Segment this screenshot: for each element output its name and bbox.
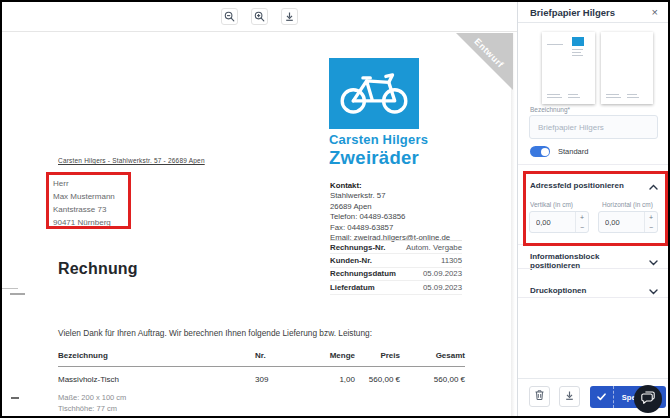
section-title: Druckoptionen: [530, 286, 586, 295]
items-table: Bezeichnung Nr. Menge Preis Gesamt Massi…: [58, 351, 465, 418]
company-logo: [329, 58, 419, 129]
check-icon: [590, 386, 614, 408]
meta-label: Rechnungs-Nr.: [330, 243, 385, 252]
meta-label: Lieferdatum: [330, 283, 375, 292]
standard-toggle[interactable]: [530, 146, 550, 157]
logo-company-name: Carsten Hilgers: [329, 132, 428, 147]
contact-block: Kontakt: Stahlwerkstr. 57 26689 Apen Tel…: [330, 181, 450, 243]
thumb-footer-line: [547, 94, 560, 95]
item-detail-line: Tischplattenstärke: 4 cm: [58, 414, 465, 418]
meta-value: 05.09.2023: [423, 269, 462, 278]
standard-toggle-row: Standard: [530, 146, 588, 157]
page-right-shadow: [511, 33, 515, 416]
contact-line: Fax: 04489-63857: [330, 223, 450, 233]
annotation-box-address-position-section: [523, 171, 668, 246]
thumb-footer-line: [627, 94, 637, 95]
thumb-sender-line: [547, 44, 563, 45]
thumb-line: [572, 52, 581, 53]
header-nr: Nr.: [255, 351, 305, 360]
header-preis: Preis: [355, 351, 400, 360]
item-details: Maße: 200 x 100 cm Tischhöhe: 77 cm Tisc…: [58, 392, 465, 418]
contact-line: Stahlwerkstr. 57: [330, 191, 450, 201]
thumb-logo: [572, 37, 584, 46]
download-letterhead-button[interactable]: [559, 386, 580, 407]
header-bezeichnung: Bezeichnung: [58, 351, 255, 360]
divider: [518, 164, 668, 165]
thumbnail-page-2[interactable]: [601, 32, 653, 104]
preview-toolbar: [2, 2, 517, 32]
logo-company-subtitle: Zweiräder: [329, 147, 419, 169]
thumb-footer-line: [606, 97, 621, 98]
close-icon[interactable]: ×: [652, 7, 658, 18]
item-gesamt: 560,00 €: [400, 375, 465, 384]
chat-bubble-icon: [640, 390, 656, 409]
meta-row: Rechnungsdatum 05.09.2023: [330, 268, 462, 281]
item-preis: 560,00 €: [355, 375, 400, 384]
meta-row: Kunden-Nr. 11305: [330, 254, 462, 267]
toggle-knob: [541, 148, 549, 156]
download-button[interactable]: [281, 8, 298, 25]
name-field-label: Bezeichnung*: [530, 106, 570, 113]
panel-header: Briefpapier Hilgers ×: [518, 2, 668, 23]
meta-label: Kunden-Nr.: [330, 256, 372, 265]
meta-label: Rechnungsdatum: [330, 269, 396, 278]
thumb-footer-line: [627, 97, 639, 98]
meta-row: Lieferdatum 05.09.2023: [330, 281, 462, 294]
bicycle-icon: [337, 66, 411, 122]
standard-toggle-label: Standard: [558, 147, 588, 156]
invoice-intro-text: Vielen Dank für Ihren Auftrag. Wir berec…: [58, 328, 372, 338]
header-gesamt: Gesamt: [400, 351, 465, 360]
item-detail-line: Maße: 200 x 100 cm: [58, 392, 465, 403]
sender-address-line: Carsten Hilgers - Stahlwerkstr. 57 - 266…: [58, 157, 205, 164]
contact-heading: Kontakt:: [330, 181, 450, 191]
item-detail-line: Tischhöhe: 77 cm: [58, 403, 465, 414]
thumbnail-page-1[interactable]: [542, 32, 595, 104]
zoom-in-button[interactable]: [251, 8, 268, 25]
thumb-footer-line: [547, 97, 562, 98]
item-name: Massivholz-Tisch: [58, 375, 255, 384]
divider: [518, 297, 668, 298]
table-row: Massivholz-Tisch 309 1,00 560,00 € 560,0…: [58, 367, 465, 384]
app-window: Entwurf Carsten Hilgers - Stahlwerkstr. …: [0, 0, 670, 418]
fold-mark-middle: [11, 397, 19, 399]
delete-button[interactable]: [529, 386, 550, 407]
items-table-header: Bezeichnung Nr. Menge Preis Gesamt: [58, 351, 465, 367]
thumb-footer-line: [606, 94, 619, 95]
thumb-line: [572, 49, 583, 50]
item-menge: 1,00: [305, 375, 355, 384]
contact-line: Telefon: 04489-63856: [330, 212, 450, 222]
header-menge: Menge: [305, 351, 355, 360]
thumb-line: [572, 55, 583, 56]
chat-widget-button[interactable]: [634, 385, 662, 413]
meta-value: 11305: [441, 256, 462, 265]
thumb-footer-line: [568, 97, 580, 98]
item-nr: 309: [255, 375, 305, 384]
download-icon: [564, 389, 575, 404]
magnifier-minus-icon: [224, 11, 235, 22]
contact-line: 26689 Apen: [330, 202, 450, 212]
invoice-meta-table: Rechnungs-Nr. Autom. Vergabe Kunden-Nr. …: [330, 240, 462, 295]
trash-icon: [534, 389, 545, 404]
zoom-out-button[interactable]: [221, 8, 238, 25]
invoice-title: Rechnung: [58, 260, 138, 278]
meta-value: 05.09.2023: [423, 283, 462, 292]
name-input[interactable]: [529, 115, 658, 139]
fold-mark-top: [2, 288, 18, 289]
meta-row: Rechnungs-Nr. Autom. Vergabe: [330, 241, 462, 254]
magnifier-plus-icon: [254, 11, 265, 22]
meta-value: Autom. Vergabe: [406, 243, 462, 252]
fold-mark-top-2: [10, 293, 25, 295]
thumb-footer-line: [568, 94, 578, 95]
divider: [518, 268, 668, 269]
panel-title: Briefpapier Hilgers: [530, 7, 615, 18]
download-icon: [284, 11, 295, 22]
annotation-box-recipient-address: [46, 172, 131, 229]
